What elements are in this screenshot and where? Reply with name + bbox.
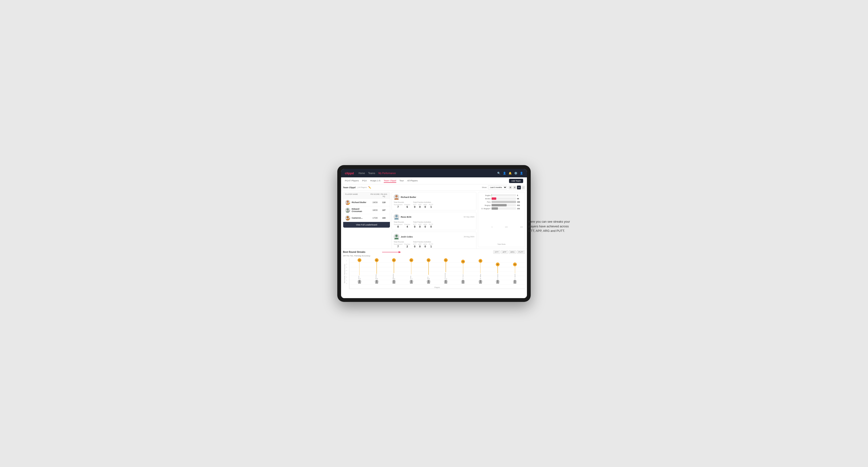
card-stats: Total Rounds Tournament 8 Practice 4 xyxy=(394,221,474,228)
streak-line xyxy=(497,266,498,273)
putt-stat: PUTT 1 xyxy=(429,243,433,248)
streak-bubble: 3x xyxy=(513,262,517,266)
streak-player-avatar xyxy=(358,280,361,283)
streaks-header: Best Round Streaks OTT APP ARG PUTT xyxy=(343,250,525,254)
player-avg: 107 xyxy=(380,209,388,211)
practice-activities-group: Total Practice Activities OTT 0 APP 0 xyxy=(413,241,433,248)
settings-icon[interactable]: ⚙️ xyxy=(514,172,518,175)
app-stat: APP 0 xyxy=(418,243,422,248)
avatar xyxy=(394,234,399,239)
bell-icon[interactable]: 🔔 xyxy=(508,172,512,175)
table-row[interactable]: 2 Edward Crossman 18/20 107 xyxy=(343,206,390,214)
streak-player-avatar xyxy=(496,280,500,283)
arg-stat: ARG 0 xyxy=(423,224,427,228)
leaderboard-table: PLAYER NAME PB SCORE PB AVG SQ 1 Richard… xyxy=(343,192,390,228)
streak-col: 4x E. Crossman xyxy=(438,258,453,283)
user-avatar[interactable]: 👤 xyxy=(520,172,523,175)
person-icon[interactable]: 👤 xyxy=(503,172,506,175)
edit-icon[interactable]: ✏️ xyxy=(368,186,371,189)
player-cards-panel: Richard Butler Total Rounds Tournament 7 xyxy=(392,192,476,247)
content-top-bar: Team Clippd | 14 Players ✏️ Show Last 3 … xyxy=(341,184,527,191)
streak-bubble: 6x xyxy=(375,258,379,262)
top-nav: clippd Home Teams My Performance 🔍 👤 🔔 ⚙… xyxy=(341,169,527,177)
activities-sub: OTT 0 APP 0 ARG 0 xyxy=(413,224,433,228)
svg-point-22 xyxy=(428,280,430,282)
bar-fill xyxy=(492,207,498,210)
col-pb-avg: PB AVG SQ xyxy=(380,193,388,197)
app-filter-button[interactable]: APP xyxy=(501,250,508,254)
sub-nav-tour[interactable]: Tour xyxy=(400,179,404,183)
streak-player-name: C. Quick xyxy=(514,274,516,279)
tournament-rounds: Tournament 8 xyxy=(394,224,402,228)
streak-bar-container: 4x xyxy=(478,259,483,273)
sub-nav-team-clippd[interactable]: Team Clippd xyxy=(384,179,396,183)
sub-nav: PGAT Players PGA Hcaps 1-5 Team Clippd T… xyxy=(341,177,527,184)
bar-value: 96 xyxy=(517,198,523,200)
view-full-leaderboard-button[interactable]: View Full Leaderboard xyxy=(343,222,390,228)
ott-stat: OTT 0 xyxy=(413,224,416,228)
y-tick: 6 xyxy=(346,263,349,265)
streak-line xyxy=(359,262,360,275)
rounds-sub: Tournament 7 Practice 6 xyxy=(394,204,410,208)
grid-line xyxy=(349,284,525,285)
player-card-name: Rees Britt xyxy=(401,216,464,218)
search-icon[interactable]: 🔍 xyxy=(497,172,500,175)
nav-teams[interactable]: Teams xyxy=(368,172,375,175)
card-view-icon[interactable]: ▤ xyxy=(517,186,521,189)
streak-bar-container: 4x xyxy=(461,260,465,274)
svg-point-18 xyxy=(393,280,395,282)
streak-line xyxy=(394,262,394,273)
streak-bubble: 4x xyxy=(444,258,448,262)
svg-point-9 xyxy=(394,218,399,220)
player-card-date: 02 Sep 2023 xyxy=(464,216,474,218)
col-pb-score: PB SCORE xyxy=(370,193,380,197)
y-tick: 4 xyxy=(346,270,349,271)
card-header: Richard Butler xyxy=(394,194,474,200)
streak-line xyxy=(411,262,412,274)
streak-bubble: 3x xyxy=(496,262,500,266)
bar-value: 3 xyxy=(517,194,523,196)
axis-0: 0 xyxy=(492,226,493,228)
streak-filters: OTT APP ARG PUTT xyxy=(493,250,525,254)
streak-player-name: J. Coles xyxy=(410,275,413,279)
list-view-icon[interactable]: ☰ xyxy=(513,186,517,189)
team-count: | 14 Players xyxy=(357,186,367,188)
table-row[interactable]: 3 Cameron... 17/20 103 xyxy=(343,214,390,222)
player-card: Rees Britt 02 Sep 2023 Total Rounds Tour… xyxy=(392,212,476,230)
ott-filter-button[interactable]: OTT xyxy=(493,250,500,254)
y-tick: 1 xyxy=(346,280,349,281)
table-row[interactable]: 1 Richard Butler 19/20 110 xyxy=(343,198,390,206)
grid-view-icon[interactable]: ⊞ xyxy=(508,186,512,189)
annotation-box: Here you can see streaks your players ha… xyxy=(528,219,571,233)
bar-row: Bogeys 311 xyxy=(480,204,523,206)
streak-bubble: 5x xyxy=(409,258,413,262)
streak-player-avatar xyxy=(409,280,413,283)
streak-player-avatar xyxy=(444,280,448,283)
streak-bubble: 7x xyxy=(358,258,361,262)
team-name: Team Clippd xyxy=(343,186,355,189)
svg-point-28 xyxy=(479,280,482,282)
streak-player-avatar xyxy=(427,280,431,283)
sub-nav-pgat[interactable]: PGAT Players xyxy=(345,179,359,183)
streak-player-avatar xyxy=(375,280,379,283)
streak-col: 6x D. Billingham xyxy=(386,258,402,283)
axis-400: 400 xyxy=(520,226,523,228)
streak-bubble: 6x xyxy=(392,258,396,262)
putt-filter-button[interactable]: PUTT xyxy=(517,250,525,254)
streak-player-name: E. Ebert xyxy=(358,276,361,279)
sub-nav-all-players[interactable]: All Players xyxy=(407,179,418,183)
svg-point-32 xyxy=(514,280,516,282)
table-view-icon[interactable]: ⬜ xyxy=(521,186,525,189)
sub-nav-pga[interactable]: PGA xyxy=(362,179,367,183)
add-team-button[interactable]: Add Team xyxy=(509,179,523,183)
streak-bubble: 4x xyxy=(478,259,483,263)
time-filter-select[interactable]: Last 3 months xyxy=(488,185,507,189)
card-stats: Total Rounds Tournament 7 Practice 2 xyxy=(394,241,474,248)
sub-nav-hcaps[interactable]: Hcaps 1-5 xyxy=(370,179,380,183)
bar-label: D. Bogeys+ xyxy=(480,208,491,210)
arg-filter-button[interactable]: ARG xyxy=(509,250,516,254)
bar-row: Eagles 3 xyxy=(480,194,523,196)
svg-point-2 xyxy=(346,208,349,211)
nav-performance[interactable]: My Performance xyxy=(378,172,396,175)
nav-home[interactable]: Home xyxy=(359,172,365,175)
